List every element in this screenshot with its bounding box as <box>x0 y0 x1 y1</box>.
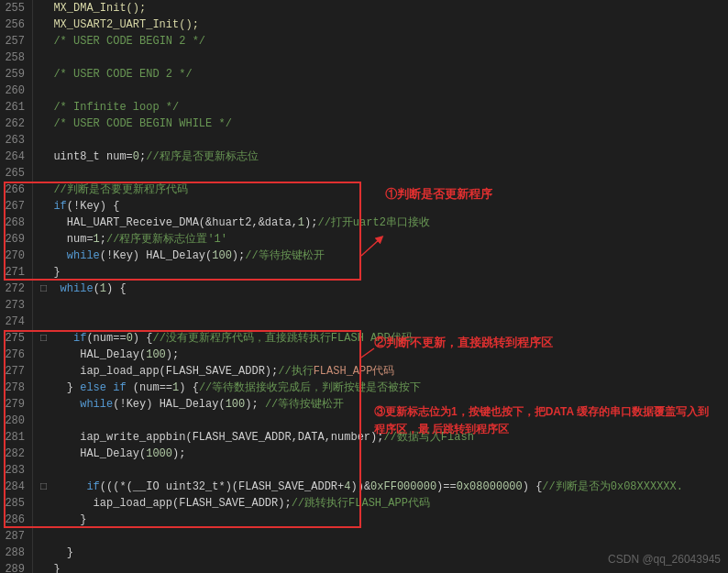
line-number: 279 <box>4 396 25 413</box>
line-number: 283 <box>4 462 25 479</box>
code-line: □ while(1) { <box>40 281 728 297</box>
code-line: HAL_UART_Receive_DMA(&huart2,&data,1);//… <box>40 215 728 231</box>
line-number: 289 <box>4 561 25 573</box>
line-number: 268 <box>4 215 25 231</box>
code-line <box>40 528 728 545</box>
code-line: /* USER CODE END 2 */ <box>40 66 728 83</box>
line-number: 269 <box>4 231 25 248</box>
line-number: 271 <box>4 264 25 281</box>
line-number: 275 <box>4 330 25 347</box>
line-number: 267 <box>4 198 25 215</box>
code-line <box>40 297 728 314</box>
code-line: MX_DMA_Init(); <box>40 0 728 17</box>
line-number: 270 <box>4 248 25 264</box>
line-number: 274 <box>4 314 25 330</box>
code-line: MX_USART2_UART_Init(); <box>40 17 728 33</box>
code-line <box>40 314 728 330</box>
code-line <box>40 50 728 66</box>
code-line: /* USER CODE BEGIN WHILE */ <box>40 116 728 132</box>
line-number: 278 <box>4 380 25 396</box>
editor-container: 2552562572582592602612622632642652662672… <box>0 0 728 573</box>
code-line <box>40 132 728 149</box>
code-line <box>40 462 728 479</box>
line-number: 272 <box>4 281 25 297</box>
line-number: 280 <box>4 413 25 429</box>
line-number: 284 <box>4 479 25 495</box>
line-number: 261 <box>4 99 25 116</box>
code-line: □ if(((*(__IO uint32_t*)(FLASH_SAVE_ADDR… <box>40 479 728 495</box>
code-line: iap_load_app(FLASH_SAVE_ADDR);//执行FLASH_… <box>40 363 728 380</box>
line-number: 288 <box>4 545 25 561</box>
line-number: 282 <box>4 446 25 462</box>
annotation-label-1: ①判断是否更新程序 <box>385 186 492 203</box>
line-number: 286 <box>4 512 25 528</box>
code-line: if(!Key) { <box>40 198 728 215</box>
code-line: num=1;//程序更新标志位置'1' <box>40 231 728 248</box>
code-line: iap_load_app(FLASH_SAVE_ADDR);//跳转执行FLAS… <box>40 495 728 512</box>
code-line: //判断是否要更新程序代码 <box>40 182 728 198</box>
code-line: /* USER CODE BEGIN 2 */ <box>40 33 728 50</box>
line-number: 287 <box>4 528 25 545</box>
code-line: } else if (num==1) {//等待数据接收完成后，判断按键是否被按… <box>40 380 728 396</box>
line-number: 260 <box>4 83 25 99</box>
code-line: HAL_Delay(1000); <box>40 446 728 462</box>
line-number: 281 <box>4 429 25 446</box>
code-line: } <box>40 264 728 281</box>
line-number: 256 <box>4 17 25 33</box>
code-area[interactable]: MX_DMA_Init(); MX_USART2_UART_Init(); /*… <box>33 0 728 573</box>
annotation-label-3: ③更新标志位为1，按键也按下，把DATA 缓存的串口数据覆盖写入到程序区，最 后… <box>374 403 718 438</box>
csdn-watermark: CSDN @qq_26043945 <box>608 553 721 566</box>
line-number: 263 <box>4 132 25 149</box>
line-number: 273 <box>4 297 25 314</box>
line-numbers: 2552562572582592602612622632642652662672… <box>0 0 33 573</box>
line-number: 255 <box>4 0 25 17</box>
code-line: uint8_t num=0;//程序是否更新标志位 <box>40 149 728 165</box>
line-number: 285 <box>4 495 25 512</box>
line-number: 276 <box>4 347 25 363</box>
line-number: 259 <box>4 66 25 83</box>
code-line <box>40 83 728 99</box>
line-number: 265 <box>4 165 25 182</box>
code-line: /* Infinite loop */ <box>40 99 728 116</box>
code-line: } <box>40 512 728 528</box>
code-line <box>40 165 728 182</box>
code-line: while(!Key) HAL_Delay(100);//等待按键松开 <box>40 248 728 264</box>
annotation-label-2: ②判断不更新，直接跳转到程序区 <box>374 335 553 351</box>
line-number: 277 <box>4 363 25 380</box>
line-number: 258 <box>4 50 25 66</box>
line-number: 264 <box>4 149 25 165</box>
line-number: 257 <box>4 33 25 50</box>
line-number: 266 <box>4 182 25 198</box>
line-number: 262 <box>4 116 25 132</box>
